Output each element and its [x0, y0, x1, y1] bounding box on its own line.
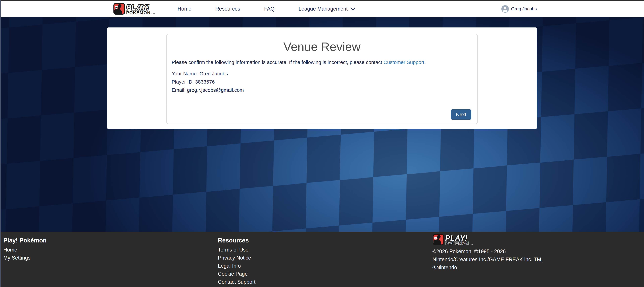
- customer-support-link[interactable]: Customer Support: [384, 59, 424, 65]
- confirmation-text: Please confirm the following information…: [172, 59, 472, 66]
- page-footer: Play! Pokémon Home My Settings Resources…: [0, 232, 644, 287]
- main-nav: Home Resources FAQ League Management: [178, 6, 355, 12]
- copyright-text: ©2026 Pokémon. ©1995 - 2026 Nintendo/Cre…: [432, 248, 543, 272]
- logo-pokemon-text: POKÉMON.: [126, 10, 152, 15]
- footer-heading-resources: Resources: [218, 237, 256, 244]
- content-card: Venue Review Please confirm the followin…: [107, 27, 537, 129]
- footer-link-privacy-notice[interactable]: Privacy Notice: [218, 254, 256, 262]
- nav-league-management[interactable]: League Management: [298, 6, 355, 12]
- play-pokemon-logo-footer: PLAY! POKÉMON. ™: [432, 234, 481, 246]
- footer-link-cookie-page[interactable]: Cookie Page: [218, 270, 256, 278]
- header-container: PLAY! POKÉMON. ™ Home Resources FAQ Leag…: [107, 1, 537, 17]
- nav-league-management-label: League Management: [298, 6, 348, 12]
- account-menu[interactable]: Greg Jacobs: [501, 5, 537, 13]
- footer-link-my-settings[interactable]: My Settings: [3, 254, 46, 262]
- panel-body: Venue Review Please confirm the followin…: [166, 34, 478, 105]
- chevron-down-icon: [350, 7, 355, 10]
- copyright-line-3: ®Nintendo.: [432, 264, 543, 272]
- footer-links-play-pokemon: Home My Settings: [3, 246, 46, 262]
- window-top-edge: [0, 0, 644, 1]
- footer-link-legal-info[interactable]: Legal Info: [218, 262, 256, 270]
- user-avatar-icon: [501, 5, 509, 13]
- play-pokemon-logo[interactable]: PLAY! POKÉMON. ™: [113, 3, 163, 15]
- player-details: Your Name: Greg Jacobs Player ID: 383357…: [172, 69, 472, 94]
- user-name: Greg Jacobs: [511, 6, 537, 11]
- panel-footer: Next: [166, 105, 478, 124]
- venue-review-panel: Venue Review Please confirm the followin…: [166, 34, 478, 124]
- top-navigation-bar: PLAY! POKÉMON. ™ Home Resources FAQ Leag…: [0, 1, 644, 17]
- nav-home[interactable]: Home: [178, 6, 192, 12]
- confirmation-text-after: .: [424, 59, 426, 65]
- logo-trademark: ™: [153, 13, 155, 15]
- page-root: PLAY! POKÉMON. ™ Home Resources FAQ Leag…: [0, 0, 644, 287]
- copyright-line-2: Nintendo/Creatures Inc./GAME FREAK inc. …: [432, 256, 543, 264]
- footer-logo-pokemon-text: POKÉMON.: [445, 241, 470, 246]
- footer-link-contact-support[interactable]: Contact Support: [218, 278, 256, 286]
- nav-faq[interactable]: FAQ: [264, 6, 274, 12]
- window-left-edge: [0, 0, 1, 287]
- play-pokemon-logo-image: PLAY! POKÉMON. ™: [113, 3, 163, 15]
- page-title: Venue Review: [172, 40, 472, 53]
- footer-links-resources: Terms of Use Privacy Notice Legal Info C…: [218, 246, 256, 286]
- copyright-line-1: ©2026 Pokémon. ©1995 - 2026: [432, 248, 543, 256]
- footer-heading-play-pokemon: Play! Pokémon: [3, 237, 46, 244]
- detail-email: Email: greg.r.jacobs@gmail.com: [172, 86, 472, 94]
- footer-link-home[interactable]: Home: [3, 246, 46, 254]
- footer-column-play-pokemon: Play! Pokémon Home My Settings: [3, 237, 46, 262]
- footer-logo-trademark: ™: [471, 244, 473, 246]
- footer-column-resources: Resources Terms of Use Privacy Notice Le…: [218, 237, 256, 286]
- footer-column-legal: PLAY! POKÉMON. ™ ©2026 Pokémon. ©1995 - …: [432, 234, 543, 272]
- next-button[interactable]: Next: [451, 109, 471, 120]
- nav-resources[interactable]: Resources: [216, 6, 240, 12]
- detail-your-name: Your Name: Greg Jacobs: [172, 69, 472, 78]
- confirmation-text-before: Please confirm the following information…: [172, 59, 384, 65]
- footer-link-terms-of-use[interactable]: Terms of Use: [218, 246, 256, 254]
- detail-player-id: Player ID: 3833576: [172, 78, 472, 86]
